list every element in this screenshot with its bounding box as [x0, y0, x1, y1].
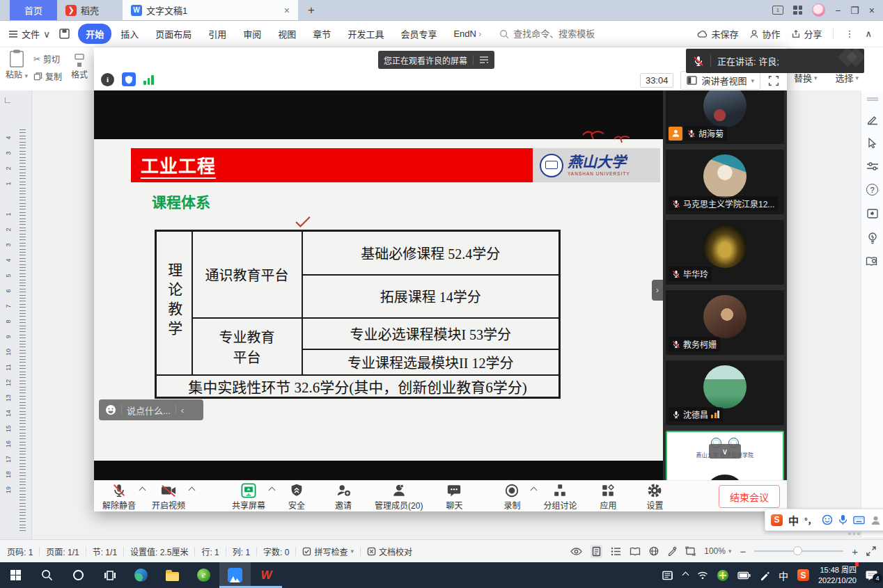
- file-explorer-button[interactable]: [157, 562, 188, 588]
- ime-punctuation[interactable]: °，: [804, 514, 816, 526]
- cut-button[interactable]: ✂剪切: [33, 53, 62, 65]
- end-meeting-button[interactable]: 结束会议: [719, 485, 780, 508]
- settings-button[interactable]: 设置: [639, 483, 670, 511]
- tab-home[interactable]: 首页: [10, 0, 57, 20]
- ink-pen-icon[interactable]: [667, 546, 677, 556]
- security-button[interactable]: 安全: [281, 483, 312, 511]
- ribbon-tab[interactable]: 插入: [113, 24, 146, 44]
- meeting-chat-bubble[interactable]: 说点什么... ‹: [99, 399, 203, 420]
- ribbon-tab[interactable]: 引用: [201, 24, 234, 44]
- save-icon[interactable]: [58, 28, 70, 40]
- window-manage-icon[interactable]: 1: [772, 6, 783, 15]
- participant-tile[interactable]: 沈德昌: [666, 360, 784, 425]
- view-mode-button[interactable]: 演讲者视图 ▾: [680, 71, 760, 90]
- collapse-videos-button[interactable]: ∨: [709, 444, 741, 459]
- zoom-out-button[interactable]: −: [740, 546, 746, 557]
- restore-button[interactable]: ❐: [850, 5, 859, 16]
- command-search[interactable]: [499, 29, 618, 39]
- meeting-security-icon[interactable]: [122, 72, 136, 86]
- sogou-tray-icon[interactable]: S: [797, 569, 809, 581]
- wifi-icon[interactable]: [697, 571, 708, 580]
- active-speaker-tile[interactable]: 燕山大学 经济管理学院 ∨: [666, 431, 784, 480]
- news-icon[interactable]: [662, 571, 674, 580]
- new-tab-button[interactable]: +: [298, 0, 325, 20]
- user-avatar[interactable]: [812, 3, 825, 17]
- collaborate-button[interactable]: 协作: [749, 27, 780, 40]
- status-item[interactable]: 行: 1: [201, 546, 219, 557]
- minimize-button[interactable]: −: [835, 5, 841, 16]
- wps-app-button[interactable]: W: [251, 562, 282, 588]
- close-tab-icon[interactable]: ×: [284, 5, 290, 16]
- collapse-chat-icon[interactable]: ‹: [181, 405, 184, 415]
- format-painter-button[interactable]: 格式: [71, 53, 88, 80]
- participant-tile[interactable]: 马克思主义学院江泉12...: [666, 150, 784, 214]
- ribbon-tab[interactable]: 开发工具: [340, 24, 391, 44]
- ime-voice-icon[interactable]: [838, 514, 847, 525]
- ime-account-icon[interactable]: [870, 515, 881, 525]
- sogou-logo-icon[interactable]: S: [771, 514, 783, 526]
- close-button[interactable]: ×: [869, 5, 875, 16]
- antivirus-tray-icon[interactable]: [717, 570, 728, 581]
- video-options-chevron[interactable]: [189, 487, 196, 494]
- ime-emoji-icon[interactable]: [822, 514, 833, 525]
- zoom-in-button[interactable]: +: [852, 546, 858, 557]
- more-menu-icon[interactable]: ⋮: [845, 29, 854, 39]
- mic-options-chevron[interactable]: [139, 487, 146, 494]
- tab-document[interactable]: W 文字文稿1 ×: [123, 0, 298, 20]
- taskbar-search-button[interactable]: [31, 562, 63, 588]
- ribbon-tab[interactable]: 页面布局: [148, 24, 199, 44]
- status-item[interactable]: 节: 1/1: [93, 546, 117, 557]
- adjust-sliders-icon[interactable]: [866, 161, 879, 172]
- participant-tile[interactable]: 教务柯姗: [666, 290, 784, 355]
- emoji-icon[interactable]: [105, 404, 116, 415]
- record-button[interactable]: 录制: [497, 483, 527, 511]
- fit-page-icon[interactable]: [685, 546, 696, 556]
- invite-button[interactable]: 邀请: [328, 483, 359, 511]
- meeting-app-button[interactable]: [219, 562, 251, 588]
- rail-drag-handle-icon[interactable]: [867, 97, 878, 101]
- status-item[interactable]: 页面: 1/1: [46, 546, 79, 557]
- file-menu[interactable]: 文件∨: [8, 27, 50, 40]
- chat-button[interactable]: 聊天: [439, 483, 469, 511]
- ime-mode-indicator[interactable]: 中: [779, 569, 788, 582]
- action-center-button[interactable]: 4: [866, 570, 877, 580]
- dictionary-search-icon[interactable]: [866, 256, 879, 267]
- manage-members-button[interactable]: 管理成员(20): [375, 483, 423, 511]
- fullscreen-toggle-icon[interactable]: [866, 546, 876, 556]
- start-video-button[interactable]: 开启视频: [152, 483, 185, 511]
- save-status[interactable]: 未保存: [696, 27, 738, 40]
- share-screen-button[interactable]: 共享屏幕: [232, 483, 265, 511]
- hidden-icons-chevron[interactable]: [682, 572, 689, 579]
- edge-button[interactable]: [125, 562, 157, 588]
- help-icon[interactable]: ?: [866, 184, 878, 196]
- banner-menu-icon[interactable]: [479, 56, 489, 64]
- chat-input-placeholder[interactable]: 说点什么...: [127, 404, 171, 417]
- ribbon-tab[interactable]: 审阅: [235, 24, 269, 44]
- breakout-rooms-button[interactable]: 分组讨论: [543, 483, 577, 511]
- search-input[interactable]: [513, 29, 618, 39]
- panel-collapse-arrow[interactable]: ›: [652, 280, 663, 301]
- pen-tray-icon[interactable]: [760, 571, 769, 580]
- spell-check-toggle[interactable]: 拼写检查▾: [302, 546, 354, 557]
- battery-icon[interactable]: [737, 571, 751, 580]
- ribbon-tab[interactable]: 会员专享: [393, 24, 444, 44]
- proofread-button[interactable]: 文档校对: [367, 546, 412, 557]
- zoom-slider[interactable]: [754, 550, 843, 552]
- meeting-info-icon[interactable]: i: [101, 73, 114, 86]
- outline-view-icon[interactable]: [611, 547, 621, 556]
- fullscreen-icon[interactable]: [767, 74, 780, 87]
- app-grid-icon[interactable]: [793, 6, 802, 15]
- record-options-chevron[interactable]: [531, 487, 538, 494]
- tab-docer[interactable]: ❯ 稻壳: [57, 0, 107, 20]
- taskbar-clock[interactable]: 15:48 周四 2022/10/20: [818, 565, 857, 585]
- browser-button[interactable]: e: [188, 562, 219, 588]
- pen-tool-icon[interactable]: [866, 113, 879, 125]
- ime-keyboard-icon[interactable]: [853, 516, 865, 525]
- ribbon-tab[interactable]: 视图: [270, 24, 304, 44]
- idea-bulb-icon[interactable]: [867, 232, 878, 244]
- apps-button[interactable]: 应用: [593, 483, 623, 511]
- status-item[interactable]: 列: 1: [233, 546, 250, 557]
- zoom-slider-knob[interactable]: [793, 546, 802, 555]
- web-view-icon[interactable]: [649, 546, 659, 556]
- ime-cn-mode[interactable]: 中: [788, 513, 799, 527]
